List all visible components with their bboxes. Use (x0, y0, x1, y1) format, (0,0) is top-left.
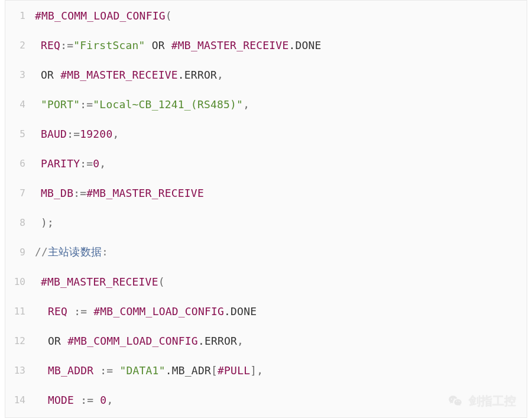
token: #PULL (218, 364, 250, 377)
token: PARITY (41, 157, 80, 170)
token: := (67, 128, 80, 140)
token: , (237, 335, 244, 347)
token (113, 364, 119, 377)
code-content: MODE := 0, (31, 394, 113, 406)
token: := (80, 394, 93, 406)
token: MB_ADDR (48, 364, 93, 377)
token: #MB_COMM_LOAD_CONFIG (35, 9, 166, 22)
code-content: PARITY:=0, (31, 157, 106, 170)
line-number: 11 (5, 306, 31, 317)
token: := (80, 157, 93, 170)
code-content: "PORT":="Local~CB_1241_(RS485)", (31, 98, 249, 111)
token: .DONE (224, 305, 257, 317)
token: 0 (100, 394, 106, 406)
token: "PORT" (41, 98, 80, 111)
code-content: ); (31, 216, 54, 229)
token: OR (152, 39, 165, 51)
token: #MB_MASTER_RECEIVE (86, 187, 204, 199)
code-line: 2REQ:="FirstScan" OR #MB_MASTER_RECEIVE.… (5, 30, 527, 60)
code-content: OR #MB_MASTER_RECEIVE.ERROR, (31, 69, 223, 81)
code-line: 12OR #MB_COMM_LOAD_CONFIG.ERROR, (5, 326, 527, 355)
line-number: 6 (5, 158, 31, 169)
code-line: 8); (5, 208, 527, 237)
code-line: 13MB_ADDR := "DATA1".MB_ADR[#PULL], (5, 355, 527, 385)
token: , (112, 128, 119, 140)
token (54, 69, 60, 81)
token: "FirstScan" (73, 39, 145, 51)
code-line: 5BAUD:=19200, (5, 119, 527, 148)
token (61, 335, 67, 347)
code-block: 1#MB_COMM_LOAD_CONFIG(2REQ:="FirstScan" … (5, 0, 527, 418)
code-line: 1#MB_COMM_LOAD_CONFIG( (5, 1, 527, 30)
code-line: 6PARITY:=0, (5, 148, 527, 178)
token: [ (211, 364, 218, 377)
token: #MB_COMM_LOAD_CONFIG (67, 335, 198, 347)
code-line: 9//主站读数据: (5, 237, 527, 267)
code-line: 3OR #MB_MASTER_RECEIVE.ERROR, (5, 60, 527, 89)
line-number: 4 (5, 99, 31, 110)
token: , (106, 394, 113, 406)
token: #MB_COMM_LOAD_CONFIG (93, 305, 224, 317)
token: , (99, 157, 106, 170)
token: .ERROR (198, 335, 237, 347)
token: 19200 (80, 128, 112, 140)
token: := (100, 364, 113, 377)
line-number: 10 (5, 276, 31, 287)
token: := (74, 305, 87, 317)
token: : (102, 245, 108, 258)
token: , (243, 98, 249, 111)
token: ( (166, 9, 172, 22)
token: REQ (48, 305, 67, 317)
token (145, 39, 152, 51)
line-number: 13 (5, 365, 31, 376)
token: , (257, 364, 263, 377)
code-line: 11REQ := #MB_COMM_LOAD_CONFIG.DONE (5, 296, 527, 326)
token: "Local~CB_1241_(RS485)" (93, 98, 243, 111)
token: #MB_MASTER_RECEIVE (171, 39, 289, 51)
code-content: MB_DB:=#MB_MASTER_RECEIVE (31, 187, 204, 199)
token: MODE (48, 394, 74, 406)
code-line: 4"PORT":="Local~CB_1241_(RS485)", (5, 89, 527, 119)
token: #MB_MASTER_RECEIVE (60, 69, 178, 81)
token: 0 (93, 157, 99, 170)
token: := (80, 98, 93, 111)
token (67, 305, 74, 317)
token: BAUD (41, 128, 67, 140)
token: 主站读数据 (48, 245, 102, 258)
token: , (217, 69, 223, 81)
line-number: 12 (5, 335, 31, 346)
token: .MB_ADR (166, 364, 211, 377)
token (87, 305, 93, 317)
line-number: 7 (5, 187, 31, 199)
token: := (73, 187, 86, 199)
code-content: REQ := #MB_COMM_LOAD_CONFIG.DONE (31, 305, 257, 317)
line-number: 5 (5, 128, 31, 140)
token (165, 39, 171, 51)
line-number: 14 (5, 394, 31, 406)
token: .ERROR (178, 69, 217, 81)
token (93, 364, 100, 377)
token: "DATA1" (119, 364, 165, 377)
token: MB_DB (41, 187, 73, 199)
line-number: 3 (5, 69, 31, 80)
token: #MB_MASTER_RECEIVE (41, 276, 158, 288)
line-number: 1 (5, 10, 31, 21)
token: OR (41, 69, 54, 81)
line-number: 8 (5, 217, 31, 228)
code-content: REQ:="FirstScan" OR #MB_MASTER_RECEIVE.D… (31, 39, 322, 51)
token: := (60, 39, 73, 51)
token: ; (47, 216, 54, 229)
token: .DONE (288, 39, 321, 51)
token: ] (250, 364, 257, 377)
code-line: 10#MB_MASTER_RECEIVE( (5, 267, 527, 296)
code-content: #MB_MASTER_RECEIVE( (31, 276, 165, 288)
token (74, 394, 80, 406)
code-content: BAUD:=19200, (31, 128, 119, 140)
token: ) (41, 216, 47, 229)
line-number: 9 (5, 247, 31, 258)
code-content: MB_ADDR := "DATA1".MB_ADR[#PULL], (31, 364, 263, 377)
token (93, 394, 100, 406)
code-content: OR #MB_COMM_LOAD_CONFIG.ERROR, (31, 335, 244, 347)
token: ( (158, 276, 165, 288)
code-content: #MB_COMM_LOAD_CONFIG( (31, 9, 172, 22)
